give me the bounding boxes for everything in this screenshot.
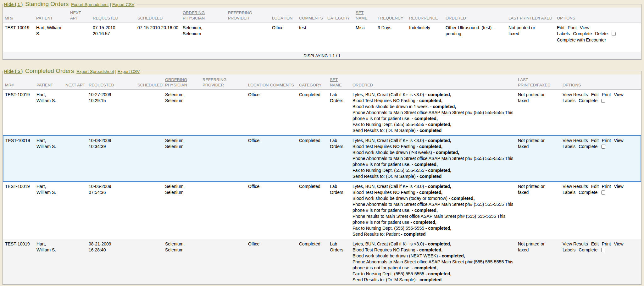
order-status: - completed, <box>417 247 442 252</box>
ordered-item: Send Results to: (Dr. M Sample) - comple… <box>353 277 514 283</box>
edit-link[interactable]: Edit <box>591 138 599 143</box>
sort-location-link[interactable]: LOCATION <box>248 83 269 87</box>
cell-referring-provider <box>201 90 246 135</box>
print-link[interactable]: Print <box>602 241 611 246</box>
sort-ordering-physician-link[interactable]: ORDERING PHYSICIAN <box>183 10 205 20</box>
export-csv-link[interactable]: Export CSV <box>118 69 140 74</box>
ordered-item: Phone Abnormals to Main Street office AS… <box>353 156 514 168</box>
ordered-item-text: Blood work should be drawn (2-3 weeks) <box>353 150 432 155</box>
order-row: TEST-10019Hart, William S.08-21-2009 16:… <box>3 239 641 284</box>
complete-link[interactable]: Complete <box>573 31 592 36</box>
print-link[interactable]: Print <box>568 25 577 30</box>
hide-completed-orders-link[interactable]: Hide ( 5 ) <box>4 69 23 74</box>
order-status: - completed <box>417 174 442 179</box>
order-status: - completed, <box>433 150 459 155</box>
delete-link[interactable]: Delete <box>595 31 608 36</box>
cell-referring-provider <box>226 23 270 52</box>
cell-ordering-physician: Selenium, Selenium <box>163 135 201 181</box>
sort-ordering-physician-link[interactable]: ORDERING PHYSICIAN <box>165 77 187 87</box>
export-spreadsheet-link[interactable]: Export Spreadsheet <box>71 2 108 7</box>
complete-link[interactable]: Complete <box>579 190 597 195</box>
column-header-scheduled: SCHEDULED <box>136 74 163 90</box>
order-status: - completed, <box>425 138 451 143</box>
order-row: TEST-10019Hart, William S.07-15-2010 20:… <box>3 23 641 52</box>
cell-ordered: Lytes, BUN, Creat (Call if K+ is <3.0) -… <box>351 90 516 135</box>
cell-mr: TEST-10019 <box>3 90 35 135</box>
ordered-item-text: Lytes, BUN, Creat (Call if K+ is <3.0) <box>353 241 424 246</box>
order-status: - completed, <box>449 196 475 201</box>
hide-standing-orders-link[interactable]: Hide ( 1 ) <box>4 2 23 7</box>
completed-orders-table: MR#PATIENTNEXT APTREQUESTEDSCHEDULEDORDE… <box>3 74 641 284</box>
sort-ordered-link[interactable]: ORDERED <box>353 83 373 87</box>
sort-scheduled-link[interactable]: SCHEDULED <box>137 16 163 20</box>
sort-requested-link[interactable]: REQUESTED <box>89 83 114 87</box>
row-checkbox[interactable] <box>601 248 605 252</box>
edit-link[interactable]: Edit <box>557 25 564 30</box>
column-header-last-printed: LAST PRINTED/FAXED <box>516 74 561 90</box>
cell-requested: 07-15-2010 20:16:57 <box>91 23 136 52</box>
ordered-item: Blood work should be drawn (today or tom… <box>353 195 514 201</box>
complete-with-encounter-link[interactable]: Complete with Encounter <box>557 37 627 43</box>
view-results-link[interactable]: View Results <box>563 184 588 189</box>
column-header-ordered: ORDERED <box>444 8 507 23</box>
sort-set-name-link[interactable]: SET NAME <box>330 77 342 87</box>
cell-scheduled <box>136 239 163 284</box>
complete-link[interactable]: Complete <box>579 144 597 149</box>
row-checkbox[interactable] <box>601 145 605 149</box>
cell-referring-provider <box>201 239 246 284</box>
ordered-item-text: Send Results to: (Dr. M Sample) <box>353 277 416 282</box>
sort-category-link[interactable]: CATEGORY <box>299 83 322 87</box>
column-header-ordered: ORDERED <box>351 74 516 90</box>
print-link[interactable]: Print <box>602 92 611 97</box>
view-results-link[interactable]: View Results <box>563 241 588 246</box>
ordered-item: Lytes, BUN, Creat (Call if K+ is <3.0) -… <box>353 92 514 98</box>
column-header-next-apt: NEXT APT <box>68 8 91 23</box>
edit-link[interactable]: Edit <box>591 184 599 189</box>
order-status: - completed, <box>439 253 465 258</box>
ordered-item-text: Send Results to: Patient <box>353 232 400 237</box>
sort-set-name-link[interactable]: SET NAME <box>356 10 368 20</box>
ordered-item: Blood work should be drawn (NEXT WEEK) -… <box>353 253 514 259</box>
cell-referring-provider <box>201 181 246 239</box>
sort-category-link[interactable]: CATEGORY <box>327 16 350 20</box>
order-status: - completed <box>401 232 426 237</box>
sort-scheduled-link[interactable]: SCHEDULED <box>137 83 163 87</box>
edit-link[interactable]: Edit <box>591 92 599 97</box>
column-header-options: OPTIONS <box>561 74 641 90</box>
column-header-ordering-physician: ORDERING PHYSICIAN <box>163 74 201 90</box>
order-status: - completed, <box>425 226 451 231</box>
ordered-item: Fax to Nursing Dept. (555) 555-5555 - co… <box>353 168 514 173</box>
order-status: - completed, <box>412 265 437 270</box>
print-link[interactable]: Print <box>602 184 611 189</box>
sort-ordered-link[interactable]: ORDERED <box>446 16 466 20</box>
row-checkbox[interactable] <box>612 32 616 36</box>
sort-location-link[interactable]: LOCATION <box>272 16 293 20</box>
sort-recurrence-link[interactable]: RECURRENCE <box>409 16 438 20</box>
sort-requested-link[interactable]: REQUESTED <box>93 16 118 20</box>
ordered-item: Blood work should be drawn (2-3 weeks) -… <box>353 150 514 156</box>
view-results-link[interactable]: View Results <box>563 138 588 143</box>
complete-link[interactable]: Complete <box>579 247 597 252</box>
export-csv-link[interactable]: Export CSV <box>112 2 135 7</box>
cell-location: Office <box>246 181 268 239</box>
completed-orders-header-row: MR#PATIENTNEXT APTREQUESTEDSCHEDULEDORDE… <box>3 74 641 90</box>
column-header-patient: PATIENT <box>34 8 68 23</box>
row-checkbox[interactable] <box>601 190 605 195</box>
order-status: - completed, <box>417 144 442 149</box>
cell-next-apt <box>64 239 87 284</box>
export-separator: | <box>110 2 111 7</box>
print-link[interactable]: Print <box>602 138 611 143</box>
cell-patient: Hart, William S. <box>35 135 64 181</box>
cell-category: Completed <box>297 239 328 284</box>
cell-frequency: 3 Days <box>376 23 407 52</box>
view-results-link[interactable]: View Results <box>563 92 588 97</box>
cell-options: EditPrintView LabelsCompleteDeleteComple… <box>555 23 641 52</box>
completed-orders-section: Hide ( 5 ) Completed Orders Export Sprea… <box>3 68 641 285</box>
complete-link[interactable]: Complete <box>579 98 597 103</box>
cell-last-printed: Not printed or faxed <box>507 23 555 52</box>
export-spreadsheet-link[interactable]: Export Spreadsheet <box>76 69 114 74</box>
sort-frequency-link[interactable]: FREQUENCY <box>378 16 403 20</box>
ordered-item-text: Blood work should be drawn (today or tom… <box>353 196 447 201</box>
row-checkbox[interactable] <box>601 99 605 103</box>
edit-link[interactable]: Edit <box>591 241 599 246</box>
